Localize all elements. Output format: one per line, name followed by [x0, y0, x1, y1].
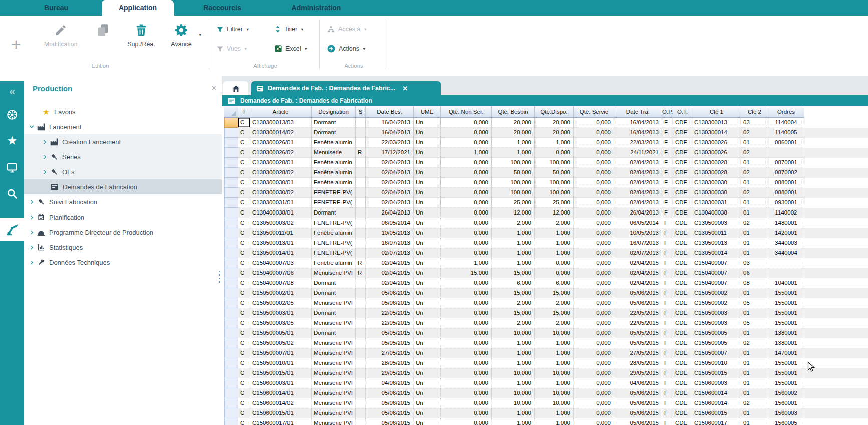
table-cell[interactable]: 01 [741, 348, 768, 358]
table-cell[interactable]: 6,000 [535, 278, 574, 288]
table-cell[interactable]: 0870002 [768, 168, 804, 178]
table-cell[interactable]: Menuiserie PVI [312, 358, 356, 368]
table-cell[interactable]: 05/05/2015 [614, 338, 662, 348]
table-cell[interactable]: 05 [741, 318, 768, 328]
table-cell[interactable]: C150400007 [692, 278, 741, 288]
table-cell[interactable]: 0880001 [768, 188, 804, 198]
table-cell[interactable]: 0,000 [574, 388, 614, 398]
home-tab[interactable] [223, 81, 248, 95]
table-cell[interactable]: 0,000 [441, 238, 492, 248]
table-cell[interactable]: CDE [673, 248, 692, 258]
table-cell[interactable]: C130400038 [692, 208, 741, 218]
table-cell[interactable]: 2,000 [492, 218, 535, 228]
table-cell[interactable]: 0,000 [574, 328, 614, 338]
table-cell[interactable]: C150400007 [692, 258, 741, 268]
table-cell[interactable] [356, 298, 366, 308]
ribbon-tab-application[interactable]: Application [102, 0, 174, 16]
row-selector[interactable] [224, 168, 238, 178]
table-cell[interactable]: F [662, 288, 673, 298]
table-cell[interactable]: F [662, 368, 673, 378]
table-cell[interactable]: Un [414, 378, 441, 388]
table-cell[interactable]: 0,000 [441, 378, 492, 388]
table-cell[interactable]: 1,000 [492, 238, 535, 248]
table-cell[interactable]: C130300028 [692, 168, 741, 178]
table-cell[interactable]: CDE [673, 328, 692, 338]
table-cell[interactable]: 06/05/2014 [614, 218, 662, 228]
table-cell[interactable]: 1420001 [768, 228, 804, 238]
table-cell[interactable]: Fenêtre alumin [312, 258, 356, 268]
table-cell[interactable]: 10,000 [535, 368, 574, 378]
table-cell[interactable]: 1,000 [535, 238, 574, 248]
advanced-button[interactable]: Avancé [163, 21, 199, 48]
table-cell[interactable]: 15,000 [492, 308, 535, 318]
row-selector[interactable] [224, 118, 238, 128]
sidebar-item-planification[interactable]: Planification [24, 209, 222, 225]
table-cell[interactable]: 0,000 [574, 248, 614, 258]
table-cell[interactable]: Menuiserie PVI [312, 348, 356, 358]
table-cell[interactable]: 02 [741, 188, 768, 198]
table-cell[interactable]: 05/06/2015 [614, 298, 662, 308]
table-cell[interactable]: C150500015/01 [250, 368, 312, 378]
table-cell[interactable]: 15,000 [441, 268, 492, 278]
table-cell[interactable]: 05/06/2015 [366, 388, 414, 398]
table-cell[interactable]: C [238, 288, 250, 298]
column-header-Article[interactable]: Article [250, 106, 312, 118]
table-cell[interactable]: 27/05/2015 [366, 348, 414, 358]
table-cell[interactable]: CDE [673, 138, 692, 148]
tab-close-icon[interactable]: ✕ [402, 85, 408, 92]
table-cell[interactable]: 0,000 [574, 288, 614, 298]
table-cell[interactable]: C150500007/01 [250, 348, 312, 358]
table-cell[interactable]: C150500003 [692, 308, 741, 318]
table-cell[interactable]: C130500013/01 [250, 238, 312, 248]
table-cell[interactable]: 0,000 [574, 208, 614, 218]
table-cell[interactable]: 22/03/2013 [614, 138, 662, 148]
table-cell[interactable]: C [238, 368, 250, 378]
table-cell[interactable]: CDE [673, 318, 692, 328]
table-cell[interactable]: 3440004 [768, 248, 804, 258]
table-cell[interactable] [356, 398, 366, 408]
table-cell[interactable]: CDE [673, 408, 692, 418]
table-cell[interactable]: C130300030/01 [250, 178, 312, 188]
table-cell[interactable]: 0870001 [768, 158, 804, 168]
table-cell[interactable]: C130300014/02 [250, 128, 312, 138]
table-cell[interactable]: 1,000 [492, 418, 535, 425]
table-cell[interactable] [356, 328, 366, 338]
table-cell[interactable]: C [238, 308, 250, 318]
table-cell[interactable]: C [238, 268, 250, 278]
table-cell[interactable]: C130500011/01 [250, 228, 312, 238]
sidebar-item-suivi-fabrication[interactable]: Suivi Fabrication [24, 194, 222, 209]
table-cell[interactable]: 02/04/2013 [366, 178, 414, 188]
chevron-right-icon[interactable] [28, 200, 36, 204]
table-cell[interactable]: C130300014 [692, 128, 741, 138]
table-cell[interactable]: 0,000 [441, 328, 492, 338]
row-selector[interactable] [224, 238, 238, 248]
table-cell[interactable]: C [238, 418, 250, 425]
table-cell[interactable] [356, 178, 366, 188]
table-cell[interactable]: C [238, 238, 250, 248]
table-cell[interactable]: 10,000 [492, 368, 535, 378]
table-cell[interactable]: 0,000 [574, 398, 614, 408]
table-cell[interactable]: F [662, 158, 673, 168]
table-cell[interactable] [356, 388, 366, 398]
row-selector[interactable] [224, 408, 238, 418]
table-cell[interactable]: 0,000 [574, 228, 614, 238]
table-cell[interactable]: 0,000 [441, 168, 492, 178]
table-cell[interactable]: 100,000 [492, 188, 535, 198]
table-cell[interactable]: C150600017 [692, 418, 741, 425]
table-cell[interactable]: F [662, 238, 673, 248]
table-cell[interactable]: 0,000 [574, 148, 614, 158]
table-cell[interactable]: 28/05/2015 [366, 358, 414, 368]
table-cell[interactable]: CDE [673, 218, 692, 228]
table-cell[interactable]: 02/04/2013 [614, 178, 662, 188]
table-cell[interactable]: 1550001 [768, 288, 804, 298]
row-selector[interactable] [224, 368, 238, 378]
table-cell[interactable]: 1550001 [768, 298, 804, 308]
module-search-button[interactable] [0, 185, 24, 202]
table-cell[interactable]: 04/06/2015 [366, 378, 414, 388]
table-cell[interactable]: C [238, 118, 250, 128]
table-cell[interactable]: 02 [741, 218, 768, 228]
table-cell[interactable]: C130300026/02 [250, 148, 312, 158]
chevron-right-icon[interactable] [41, 155, 49, 159]
table-cell[interactable]: C [238, 388, 250, 398]
table-cell[interactable]: 1,000 [492, 348, 535, 358]
